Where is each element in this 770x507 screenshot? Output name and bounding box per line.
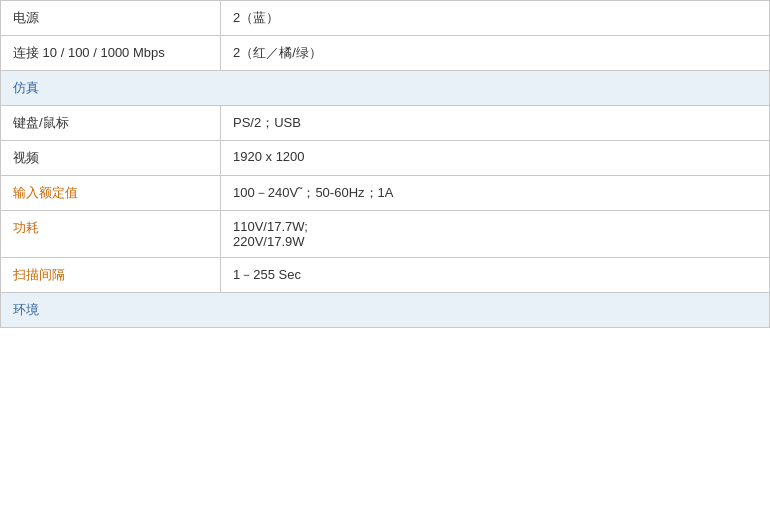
spec-table: 电源2（蓝）连接 10 / 100 / 1000 Mbps2（红／橘/绿）仿真键… <box>0 0 770 328</box>
label-cell-4: 视频 <box>1 141 221 176</box>
label-cell-6: 功耗 <box>1 211 221 258</box>
section-header-2: 仿真 <box>1 71 770 106</box>
value-cell-6: 110V/17.7W;220V/17.9W <box>221 211 770 258</box>
value-cell-7: 1－255 Sec <box>221 258 770 293</box>
value-cell-3: PS/2；USB <box>221 106 770 141</box>
value-cell-5: 100－240V˜；50-60Hz；1A <box>221 176 770 211</box>
value-cell-0: 2（蓝） <box>221 1 770 36</box>
label-cell-5: 输入额定值 <box>1 176 221 211</box>
section-header-8: 环境 <box>1 293 770 328</box>
value-cell-4: 1920 x 1200 <box>221 141 770 176</box>
value-cell-1: 2（红／橘/绿） <box>221 36 770 71</box>
label-cell-1: 连接 10 / 100 / 1000 Mbps <box>1 36 221 71</box>
label-cell-7: 扫描间隔 <box>1 258 221 293</box>
label-cell-0: 电源 <box>1 1 221 36</box>
label-cell-3: 键盘/鼠标 <box>1 106 221 141</box>
